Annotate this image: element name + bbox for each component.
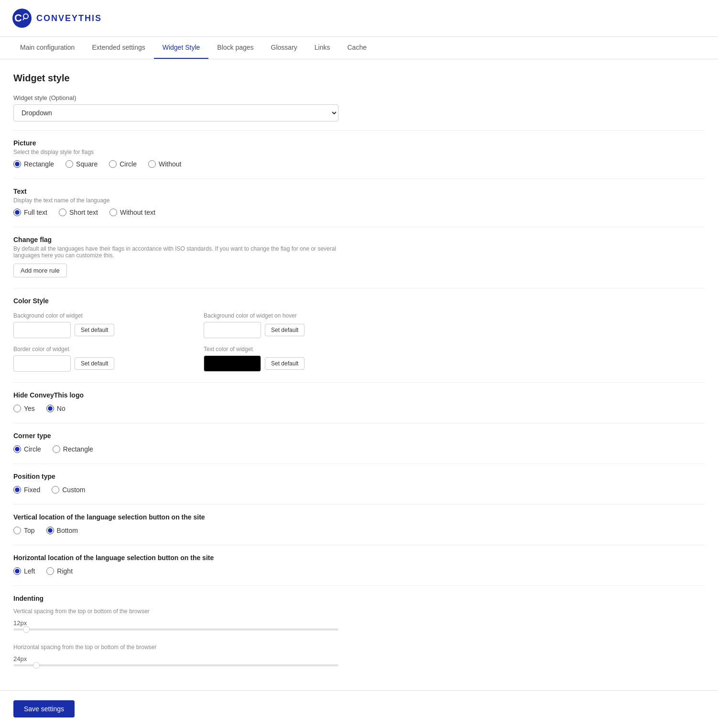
picture-option-circle[interactable]: Circle xyxy=(109,160,137,168)
color-label-border: Border color of widget xyxy=(13,346,196,353)
color-box-text[interactable] xyxy=(204,355,261,372)
picture-label-circle: Circle xyxy=(120,160,137,168)
corner-rectangle-label: Rectangle xyxy=(63,445,93,453)
nav-main-configuration[interactable]: Main configuration xyxy=(11,37,83,59)
corner-type-radio-group: Circle Rectangle xyxy=(13,445,705,453)
text-section: Text Display the text name of the langua… xyxy=(13,188,705,216)
position-custom[interactable]: Custom xyxy=(52,486,85,494)
color-field-border: Border color of widget Set default xyxy=(13,346,196,372)
set-default-btn-border[interactable]: Set default xyxy=(75,357,114,370)
vertical-top-label: Top xyxy=(24,527,35,534)
nav-cache[interactable]: Cache xyxy=(339,37,375,59)
horizontal-right-label: Right xyxy=(57,567,73,575)
corner-circle-label: Circle xyxy=(24,445,41,453)
horizontal-slider-track[interactable] xyxy=(13,664,338,666)
position-type-radio-group: Fixed Custom xyxy=(13,486,705,494)
picture-label-square: Square xyxy=(76,160,98,168)
horizontal-slider-label: Horizontal spacing from the top or botto… xyxy=(13,644,705,651)
header: C CONVEYTHIS xyxy=(0,0,718,37)
nav-glossary[interactable]: Glossary xyxy=(262,37,306,59)
vertical-slider-value: 12px xyxy=(13,619,705,627)
color-grid: Background color of widget Set default B… xyxy=(13,312,386,372)
page-title: Widget style xyxy=(13,73,705,84)
color-field-hover: Background color of widget on hover Set … xyxy=(204,312,386,338)
color-style-section: Color Style Background color of widget S… xyxy=(13,297,705,372)
color-input-row-border: Set default xyxy=(13,355,196,372)
horizontal-left-label: Left xyxy=(24,567,35,575)
logo-text: CONVEYTHIS xyxy=(36,13,102,23)
text-option-full[interactable]: Full text xyxy=(13,209,47,216)
color-box-hover[interactable] xyxy=(204,322,261,338)
picture-label-without: Without xyxy=(159,160,181,168)
hide-logo-no-label: No xyxy=(57,405,65,412)
picture-label-rectangle: Rectangle xyxy=(24,160,54,168)
picture-option-square[interactable]: Square xyxy=(65,160,98,168)
svg-text:C: C xyxy=(14,12,22,24)
position-fixed[interactable]: Fixed xyxy=(13,486,40,494)
color-label-bg: Background color of widget xyxy=(13,312,196,319)
horizontal-right[interactable]: Right xyxy=(46,567,73,575)
picture-subtitle: Select the display style for flags xyxy=(13,149,705,155)
vertical-slider-section: Vertical spacing from the top or bottom … xyxy=(13,608,705,630)
indenting-section: Indenting Vertical spacing from the top … xyxy=(13,595,705,666)
horizontal-location-section: Horizontal location of the language sele… xyxy=(13,554,705,575)
horizontal-slider-thumb[interactable] xyxy=(33,662,40,669)
change-flag-section: Change flag By default all the languages… xyxy=(13,236,705,277)
picture-option-without[interactable]: Without xyxy=(148,160,181,168)
indenting-title: Indenting xyxy=(13,595,705,602)
corner-type-title: Corner type xyxy=(13,432,705,440)
widget-style-dropdown[interactable]: Dropdown xyxy=(13,104,338,121)
main-nav: Main configuration Extended settings Wid… xyxy=(0,37,718,59)
text-option-without[interactable]: Without text xyxy=(109,209,155,216)
color-box-border[interactable] xyxy=(13,355,71,372)
hide-logo-section: Hide ConveyThis logo Yes No xyxy=(13,391,705,412)
set-default-btn-bg[interactable]: Set default xyxy=(75,324,114,336)
widget-style-section: Widget style (Optional) Dropdown xyxy=(13,94,705,121)
nav-block-pages[interactable]: Block pages xyxy=(208,37,262,59)
corner-circle[interactable]: Circle xyxy=(13,445,41,453)
picture-section: Picture Select the display style for fla… xyxy=(13,139,705,168)
hide-logo-yes[interactable]: Yes xyxy=(13,405,35,412)
horizontal-left[interactable]: Left xyxy=(13,567,35,575)
hide-logo-title: Hide ConveyThis logo xyxy=(13,391,705,399)
color-box-bg[interactable] xyxy=(13,322,71,338)
nav-extended-settings[interactable]: Extended settings xyxy=(83,37,153,59)
logo: C CONVEYTHIS xyxy=(11,8,102,29)
add-rule-button[interactable]: Add more rule xyxy=(13,264,67,277)
text-subtitle: Display the text name of the language xyxy=(13,197,705,204)
position-fixed-label: Fixed xyxy=(24,486,40,494)
horizontal-location-title: Horizontal location of the language sele… xyxy=(13,554,705,562)
change-flag-desc: By default all the languages have their … xyxy=(13,245,348,259)
logo-icon: C xyxy=(11,8,33,29)
picture-title: Picture xyxy=(13,139,705,147)
horizontal-slider-value: 24px xyxy=(13,655,705,662)
text-label-without: Without text xyxy=(120,209,155,216)
text-option-short[interactable]: Short text xyxy=(59,209,98,216)
corner-rectangle[interactable]: Rectangle xyxy=(53,445,93,453)
vertical-slider-track[interactable] xyxy=(13,629,338,630)
save-section: Save settings xyxy=(0,690,718,727)
color-input-row-text: Set default xyxy=(204,355,386,372)
hide-logo-no[interactable]: No xyxy=(46,405,65,412)
save-button[interactable]: Save settings xyxy=(13,700,75,717)
vertical-location-section: Vertical location of the language select… xyxy=(13,513,705,534)
color-input-row-hover: Set default xyxy=(204,322,386,338)
set-default-btn-text[interactable]: Set default xyxy=(265,357,305,370)
color-input-row-bg: Set default xyxy=(13,322,196,338)
hide-logo-yes-label: Yes xyxy=(24,405,35,412)
nav-links[interactable]: Links xyxy=(306,37,339,59)
nav-widget-style[interactable]: Widget Style xyxy=(154,37,209,59)
vertical-bottom[interactable]: Bottom xyxy=(46,527,78,534)
text-label-short: Short text xyxy=(69,209,98,216)
vertical-slider-label: Vertical spacing from the top or bottom … xyxy=(13,608,705,615)
vertical-slider-thumb[interactable] xyxy=(23,626,30,633)
picture-radio-group: Rectangle Square Circle Without xyxy=(13,160,705,168)
text-radio-group: Full text Short text Without text xyxy=(13,209,705,216)
vertical-top[interactable]: Top xyxy=(13,527,35,534)
set-default-btn-hover[interactable]: Set default xyxy=(265,324,305,336)
picture-option-rectangle[interactable]: Rectangle xyxy=(13,160,54,168)
horizontal-location-radio-group: Left Right xyxy=(13,567,705,575)
position-type-section: Position type Fixed Custom xyxy=(13,473,705,494)
color-label-text: Text color of widget xyxy=(204,346,386,353)
hide-logo-radio-group: Yes No xyxy=(13,405,705,412)
